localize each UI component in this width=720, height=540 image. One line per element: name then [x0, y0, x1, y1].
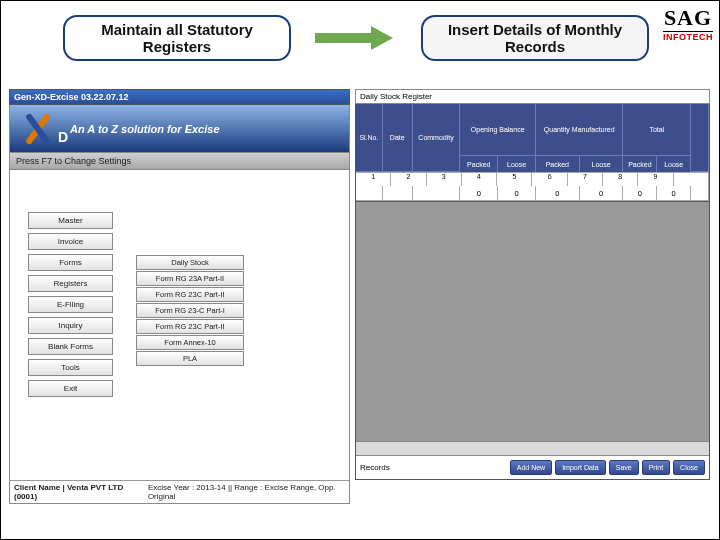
app-banner: D An A to Z solution for Excise	[9, 105, 350, 153]
main-menu: Master Invoice Forms Registers E-Filing …	[28, 212, 113, 397]
grid-col-numbers: 1 2 3 4 5 6 7 8 9	[356, 172, 709, 186]
grid-empty-body	[356, 201, 709, 441]
submenu-rg23a-p2[interactable]: Form RG 23A Part-II	[136, 271, 244, 286]
window-titlebar: Gen-XD-Excise 03.22.07.12	[9, 89, 350, 105]
footer-buttons: Add New Import Data Save Print Close	[510, 460, 705, 475]
banner-tagline: An A to Z solution for Excise	[70, 123, 220, 135]
arrow-right-icon	[315, 31, 395, 45]
submenu-annex10[interactable]: Form Annex-10	[136, 335, 244, 350]
box-maintain-registers: Maintain all Statutory Registers	[63, 15, 291, 61]
box-right-label: Insert Details of Monthly Records	[448, 21, 622, 56]
box-insert-records: Insert Details of Monthly Records	[421, 15, 649, 61]
col-total: Total	[623, 104, 690, 156]
sub-loose-2: Loose	[580, 156, 623, 172]
menu-item-forms[interactable]: Forms	[28, 254, 113, 271]
menu-item-exit[interactable]: Exit	[28, 380, 113, 397]
brand-logo: SAG INFOTECH	[663, 5, 713, 42]
daily-stock-window: Daily Stock Register Sl.No. Date Commodi…	[355, 89, 710, 494]
cell-5[interactable]: 0	[498, 186, 536, 201]
col-commodity: Commodity	[413, 104, 460, 172]
save-button[interactable]: Save	[609, 460, 639, 475]
logo-sub: INFOTECH	[663, 32, 713, 42]
app-window-registers: Gen-XD-Excise 03.22.07.12 D An A to Z so…	[9, 89, 350, 494]
grid-footer: Records Add New Import Data Save Print C…	[356, 455, 709, 479]
sub-packed-3: Packed	[623, 156, 657, 172]
sub-loose-3: Loose	[657, 156, 690, 172]
box-left-label: Maintain all Statutory Registers	[101, 21, 253, 56]
cell-3[interactable]	[413, 186, 461, 201]
submenu-pla[interactable]: PLA	[136, 351, 244, 366]
submenu-daily-stock[interactable]: Daily Stock	[136, 255, 244, 270]
sub-packed-1: Packed	[460, 156, 498, 172]
logo-text: SAG	[663, 5, 713, 32]
submenu-rg23c-p2b[interactable]: Form RG 23C Part-II	[136, 319, 244, 334]
print-button[interactable]: Print	[642, 460, 670, 475]
menu-item-inquiry[interactable]: Inquiry	[28, 317, 113, 334]
cell-9[interactable]: 0	[657, 186, 691, 201]
menu-item-efiling[interactable]: E-Filing	[28, 296, 113, 313]
status-client: Client Name | Venta PVT LTD (0001)	[14, 483, 136, 501]
grid: Sl.No. Date Commodity Opening Balance Pa…	[355, 104, 710, 480]
col-opening: Opening Balance	[460, 104, 535, 156]
horizontal-scrollbar[interactable]	[356, 441, 709, 455]
status-bar: Client Name | Venta PVT LTD (0001) Excis…	[9, 480, 350, 504]
grid-row-1[interactable]: 0 0 0 0 0 0	[356, 186, 709, 201]
num-9: 9	[638, 172, 673, 186]
num-4: 4	[462, 172, 497, 186]
sub-loose-1: Loose	[498, 156, 535, 172]
grid-title: Daily Stock Register	[355, 89, 710, 104]
col-slno: Sl.No.	[356, 104, 382, 172]
cell-1[interactable]	[356, 186, 383, 201]
submenu-rg23c-p2a[interactable]: Form RG 23C Part-II	[136, 287, 244, 302]
cell-8[interactable]: 0	[623, 186, 657, 201]
num-1: 1	[356, 172, 391, 186]
col-date: Date	[383, 104, 412, 172]
num-2: 2	[391, 172, 426, 186]
records-label: Records	[360, 463, 390, 472]
num-3: 3	[427, 172, 462, 186]
cell-4[interactable]: 0	[460, 186, 498, 201]
submenu-rg23c-p1[interactable]: Form RG 23-C Part-I	[136, 303, 244, 318]
menu-item-blank-forms[interactable]: Blank Forms	[28, 338, 113, 355]
sub-packed-2: Packed	[536, 156, 580, 172]
main-menu-area: Master Invoice Forms Registers E-Filing …	[9, 170, 350, 480]
add-new-button[interactable]: Add New	[510, 460, 552, 475]
grid-header: Sl.No. Date Commodity Opening Balance Pa…	[356, 104, 709, 172]
menu-item-invoice[interactable]: Invoice	[28, 233, 113, 250]
num-blank	[674, 172, 709, 186]
menu-item-registers[interactable]: Registers	[28, 275, 113, 292]
col-extra	[691, 104, 708, 172]
cell-6[interactable]: 0	[536, 186, 580, 201]
cell-blank[interactable]	[691, 186, 709, 201]
num-8: 8	[603, 172, 638, 186]
menu-item-master[interactable]: Master	[28, 212, 113, 229]
status-year: Excise Year : 2013-14 || Range : Excise …	[148, 483, 345, 501]
num-7: 7	[568, 172, 603, 186]
f7-hint-bar: Press F7 to Change Settings	[9, 153, 350, 170]
registers-submenu: Daily Stock Form RG 23A Part-II Form RG …	[136, 255, 244, 366]
app-logo-icon: D	[14, 111, 62, 147]
num-5: 5	[497, 172, 532, 186]
close-button[interactable]: Close	[673, 460, 705, 475]
cell-2[interactable]	[383, 186, 413, 201]
col-qty-mfg: Quantity Manufactured	[536, 104, 623, 156]
cell-7[interactable]: 0	[580, 186, 624, 201]
num-6: 6	[532, 172, 567, 186]
import-data-button[interactable]: Import Data	[555, 460, 606, 475]
menu-item-tools[interactable]: Tools	[28, 359, 113, 376]
